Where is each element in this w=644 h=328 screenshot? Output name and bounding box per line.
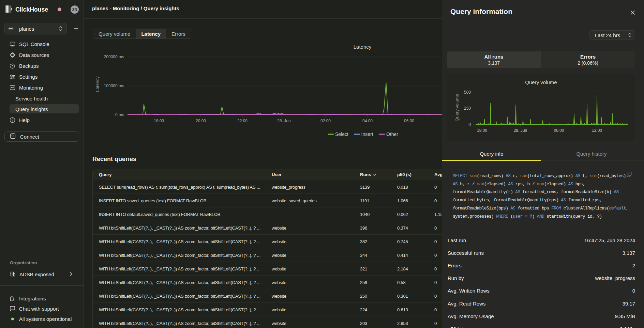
svg-text:12:00: 12:00 xyxy=(592,128,602,133)
svg-text:Other: Other xyxy=(386,131,398,137)
svg-text:0: 0 xyxy=(468,122,471,127)
svg-text:Select: Select xyxy=(335,131,348,137)
svg-text:18:00: 18:00 xyxy=(477,128,487,133)
svg-text:20:00: 20:00 xyxy=(196,119,206,123)
svg-text:500: 500 xyxy=(464,90,471,95)
svg-text:02:00: 02:00 xyxy=(320,119,331,123)
svg-text:aws: aws xyxy=(9,27,13,30)
svg-text:28. Jun: 28. Jun xyxy=(277,119,290,123)
svg-text:18:00: 18:00 xyxy=(154,119,164,123)
svg-text:28. Jun: 28. Jun xyxy=(514,128,527,133)
svg-text:06:00: 06:00 xyxy=(554,128,564,133)
svg-text:06:00: 06:00 xyxy=(404,119,414,123)
svg-text:Insert: Insert xyxy=(361,131,373,137)
svg-text:Query volume: Query volume xyxy=(454,94,460,122)
svg-text:200000 ms: 200000 ms xyxy=(104,54,124,59)
svg-text:04:00: 04:00 xyxy=(362,119,373,123)
svg-text:22:00: 22:00 xyxy=(237,119,248,123)
svg-text:100000 ms: 100000 ms xyxy=(104,83,124,88)
svg-text:Latency: Latency xyxy=(354,44,372,50)
svg-text:0 ms: 0 ms xyxy=(115,112,124,117)
svg-text:250: 250 xyxy=(464,106,471,111)
svg-text:Latency: Latency xyxy=(95,76,100,92)
svg-text:Query volume: Query volume xyxy=(525,79,557,85)
